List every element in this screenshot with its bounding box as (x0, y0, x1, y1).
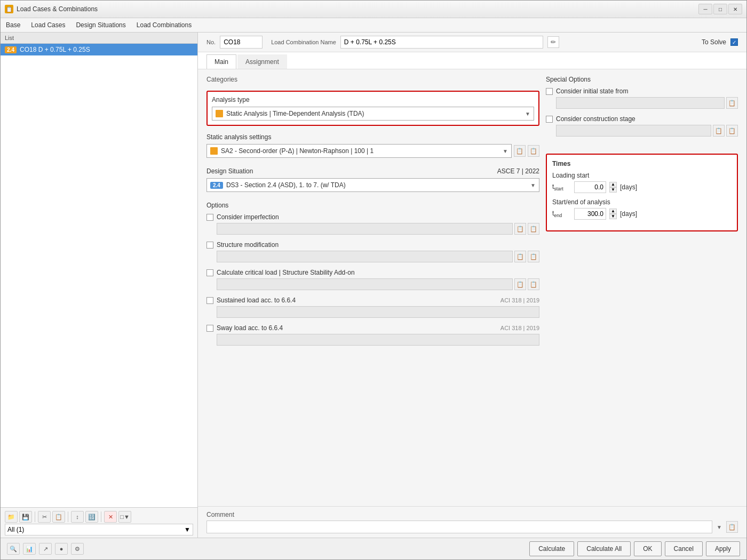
bottom-tool-5[interactable]: ⚙ (71, 543, 84, 555)
static-analysis-edit-btn[interactable]: 📋 (514, 145, 526, 157)
comment-section: Comment ▼ 📋 (198, 506, 746, 538)
edit-name-button[interactable]: ✏ (547, 36, 559, 48)
static-analysis-copy-btn[interactable]: 📋 (528, 145, 539, 157)
analysis-type-dropdown-row: Static Analysis | Time-Dependent Analysi… (212, 107, 534, 121)
static-analysis-arrow: ▼ (503, 148, 508, 154)
imperfection-btn1[interactable]: 📋 (514, 223, 526, 235)
times-title: Times (552, 160, 732, 167)
modification-input (217, 251, 513, 262)
comment-copy-btn[interactable]: 📋 (726, 521, 738, 533)
option-imperfection: Consider imperfection 📋 📋 (206, 213, 539, 235)
bottom-tool-2[interactable]: 📊 (23, 543, 36, 555)
tool-options[interactable]: □▼ (118, 511, 131, 523)
tool-delete[interactable]: ✕ (104, 511, 117, 523)
option-construction: Consider construction stage 📋 📋 (546, 115, 738, 137)
critical-btn2[interactable]: 📋 (528, 278, 539, 290)
t-start-label: tstart (552, 183, 571, 191)
tool-cut[interactable]: ✂ (38, 511, 51, 523)
calculate-all-button[interactable]: Calculate All (577, 541, 631, 556)
critical-input-row: 📋 📋 (206, 278, 539, 290)
critical-checkbox[interactable] (206, 269, 213, 276)
menu-load-cases[interactable]: Load Cases (26, 19, 70, 31)
tab-assignment[interactable]: Assignment (237, 54, 287, 69)
sway-checkbox[interactable] (206, 325, 213, 332)
maximize-button[interactable]: □ (713, 4, 727, 14)
tool-save[interactable]: 💾 (19, 511, 32, 523)
bottom-tool-4[interactable]: ● (55, 543, 68, 555)
loading-start-group: Loading start tstart ▲ ▼ [days] (552, 172, 732, 193)
bottom-tool-3[interactable]: ↗ (39, 543, 52, 555)
name-input[interactable] (340, 36, 543, 49)
sustained-code: ACI 318 | 2019 (500, 297, 539, 303)
tool-open[interactable]: 📁 (5, 511, 18, 523)
static-analysis-label: Static analysis settings (206, 133, 539, 141)
t-start-up[interactable]: ▲ (609, 182, 617, 187)
left-panel: List 2.4 CO18 D + 0.75L + 0.25S 📁 💾 ✂ 📋 … (1, 33, 198, 538)
tab-main[interactable]: Main (206, 54, 236, 69)
analysis-type-dropdown[interactable]: Static Analysis | Time-Dependent Analysi… (212, 107, 534, 121)
initial-state-btn[interactable]: 📋 (726, 97, 738, 109)
times-box: Times Loading start tstart ▲ ▼ (546, 154, 738, 231)
critical-btn1[interactable]: 📋 (514, 278, 526, 290)
imperfection-label: Consider imperfection (217, 213, 279, 221)
sustained-checkbox[interactable] (206, 297, 213, 304)
imperfection-input-row: 📋 📋 (206, 223, 539, 235)
modification-btn2[interactable]: 📋 (528, 251, 539, 262)
design-situation-dropdown[interactable]: 2.4 DS3 - Section 2.4 (ASD), 1. to 7. (w… (206, 178, 539, 192)
modification-checkbox[interactable] (206, 242, 213, 249)
menu-design-situations[interactable]: Design Situations (70, 19, 131, 31)
t-start-input[interactable] (574, 181, 606, 193)
tool-copy[interactable]: 📋 (52, 511, 65, 523)
critical-label: Calculate critical load | Structure Stab… (217, 269, 355, 276)
imperfection-btn2[interactable]: 📋 (528, 223, 539, 235)
list-item[interactable]: 2.4 CO18 D + 0.75L + 0.25S (1, 44, 197, 55)
apply-button[interactable]: Apply (706, 541, 740, 556)
construction-checkbox[interactable] (546, 116, 553, 123)
construction-header: Consider construction stage (546, 115, 738, 123)
no-input[interactable] (220, 36, 263, 49)
bottom-bar: 🔍 📊 ↗ ● ⚙ Calculate Calculate All OK Can… (1, 538, 746, 559)
modification-input-row: 📋 📋 (206, 251, 539, 262)
item-badge: 2.4 (5, 46, 17, 53)
t-end-input[interactable] (574, 208, 606, 220)
tool-sort1[interactable]: ↕ (71, 511, 84, 523)
construction-btn2[interactable]: 📋 (726, 125, 738, 137)
to-solve-checkbox[interactable] (730, 38, 738, 46)
ok-button[interactable]: OK (634, 541, 661, 556)
app-icon: 📋 (5, 5, 13, 13)
initial-state-checkbox[interactable] (546, 88, 553, 95)
filter-dropdown[interactable]: All (1) ▼ (5, 524, 193, 535)
list-area: 2.4 CO18 D + 0.75L + 0.25S (1, 44, 197, 507)
bottom-toolbar: 🔍 📊 ↗ ● ⚙ (7, 543, 84, 555)
t-end-down[interactable]: ▼ (609, 214, 617, 219)
bottom-tool-search[interactable]: 🔍 (7, 543, 20, 555)
item-text: CO18 D + 0.75L + 0.25S (20, 46, 90, 53)
option-critical-header: Calculate critical load | Structure Stab… (206, 269, 539, 276)
comment-input[interactable] (206, 521, 712, 533)
t-start-down[interactable]: ▼ (609, 187, 617, 193)
sustained-label: Sustained load acc. to 6.6.4 (217, 297, 296, 304)
filter-text: All (1) (7, 526, 24, 533)
minimize-button[interactable]: ─ (698, 4, 712, 14)
comment-input-row: ▼ 📋 (206, 521, 738, 533)
close-button[interactable]: ✕ (728, 4, 742, 14)
t-end-up[interactable]: ▲ (609, 209, 617, 214)
divider-1 (35, 511, 35, 522)
main-content: List 2.4 CO18 D + 0.75L + 0.25S 📁 💾 ✂ 📋 … (1, 33, 746, 538)
divider-2 (68, 511, 68, 522)
menu-load-combinations[interactable]: Load Combinations (131, 19, 197, 31)
option-initial-state: Consider initial state from 📋 (546, 87, 738, 109)
cancel-button[interactable]: Cancel (665, 541, 703, 556)
construction-btn1[interactable]: 📋 (713, 125, 725, 137)
left-form: Categories Analysis type Static Analysis… (206, 76, 539, 500)
right-panel: No. Load Combination Name ✏ To Solve Mai… (198, 33, 746, 538)
tool-sort2[interactable]: 🔢 (85, 511, 98, 523)
option-modification: Structure modification 📋 📋 (206, 241, 539, 262)
imperfection-checkbox[interactable] (206, 214, 213, 221)
modification-btn1[interactable]: 📋 (514, 251, 526, 262)
option-sustained: Sustained load acc. to 6.6.4 ACI 318 | 2… (206, 297, 539, 318)
analysis-type-icon (216, 110, 223, 117)
calculate-button[interactable]: Calculate (529, 541, 574, 556)
static-analysis-dropdown[interactable]: SA2 - Second-order (P-Δ) | Newton-Raphso… (206, 144, 512, 158)
menu-base[interactable]: Base (1, 19, 26, 31)
